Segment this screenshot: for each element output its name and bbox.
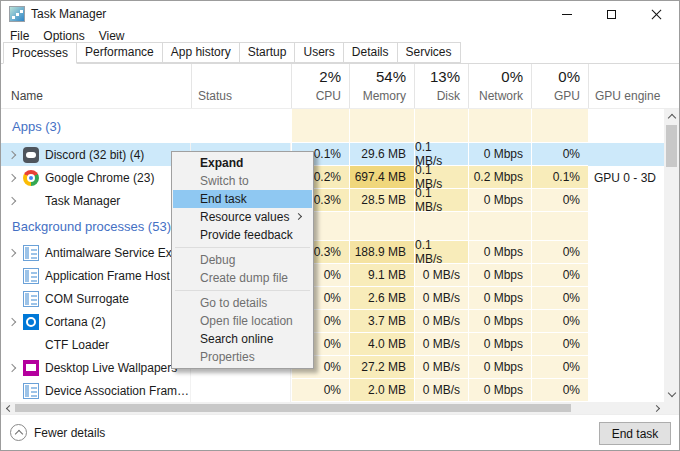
network-cell: 0 Mbps bbox=[468, 333, 531, 356]
process-name-cell: Cortana (2) bbox=[1, 310, 191, 333]
usage-label-disk: Disk bbox=[419, 89, 460, 103]
column-header-status[interactable]: Status bbox=[191, 64, 291, 108]
submenu-arrow-icon bbox=[295, 213, 302, 220]
expand-chevron-box[interactable] bbox=[1, 250, 23, 256]
group-header-row[interactable]: Background processes (53) bbox=[1, 212, 664, 241]
maximize-button[interactable] bbox=[589, 1, 634, 27]
process-row[interactable]: Discord (32 bit) (4)0.1%29.6 MB0.1 MB/s0… bbox=[1, 143, 664, 166]
gpu-engine-cell bbox=[588, 241, 664, 264]
network-cell: 0 Mbps bbox=[468, 356, 531, 379]
horizontal-scrollbar-thumb[interactable] bbox=[15, 404, 571, 412]
process-row[interactable]: Application Frame Host0%9.1 MB0 MB/s0 Mb… bbox=[1, 264, 664, 287]
tab-app-history[interactable]: App history bbox=[162, 42, 240, 63]
process-row[interactable]: Desktop Live Wallpapers0%27.2 MB0 MB/s0 … bbox=[1, 356, 664, 379]
column-header-disk[interactable]: 13%Disk bbox=[414, 64, 468, 108]
column-header-cpu[interactable]: 2%CPU bbox=[291, 64, 349, 108]
column-header-gpu-engine[interactable]: GPU engine bbox=[588, 64, 664, 108]
tab-details[interactable]: Details bbox=[343, 42, 398, 63]
menu-item-expand[interactable]: Expand bbox=[173, 154, 312, 172]
expand-chevron-box[interactable] bbox=[1, 175, 23, 181]
fewer-details-label: Fewer details bbox=[34, 426, 105, 440]
column-header-network[interactable]: 0%Network bbox=[468, 64, 531, 108]
gpu-cell: 0% bbox=[531, 379, 588, 402]
fewer-details-toggle[interactable]: Fewer details bbox=[10, 424, 105, 441]
group-cpu-cell bbox=[291, 109, 349, 143]
column-header: Name Status 2%CPU54%Memory13%Disk0%Netwo… bbox=[1, 64, 679, 109]
tab-processes[interactable]: Processes bbox=[3, 42, 77, 64]
menu-item-debug: Debug bbox=[173, 251, 312, 269]
tab-users[interactable]: Users bbox=[294, 42, 343, 63]
menu-item-provide-feedback[interactable]: Provide feedback bbox=[173, 226, 312, 244]
expand-chevron-icon bbox=[8, 196, 16, 204]
memory-cell: 27.2 MB bbox=[349, 356, 414, 379]
menu-item-switch-to: Switch to bbox=[173, 172, 312, 190]
group-label: Apps (3) bbox=[12, 119, 61, 134]
minimize-icon bbox=[562, 14, 572, 15]
menu-item-label: Switch to bbox=[200, 174, 249, 188]
disk-cell: 0.1 MB/s bbox=[414, 241, 468, 264]
process-name: Device Association Framework ... bbox=[45, 384, 190, 398]
gpu-cell: 0% bbox=[531, 356, 588, 379]
menu-item-label: End task bbox=[200, 192, 247, 206]
discord-icon bbox=[23, 147, 39, 163]
gpu-cell: 0% bbox=[531, 264, 588, 287]
group-header-row[interactable]: Apps (3) bbox=[1, 109, 664, 143]
expand-chevron-box[interactable] bbox=[1, 152, 23, 158]
ctf-loader-icon bbox=[23, 337, 39, 353]
cpu-cell: 0% bbox=[291, 379, 349, 402]
usage-label-memory: Memory bbox=[354, 89, 406, 103]
process-row[interactable]: CTF Loader0%4.0 MB0 MB/s0 Mbps0% bbox=[1, 333, 664, 356]
minimize-button[interactable] bbox=[544, 1, 589, 27]
group-memory-cell bbox=[349, 212, 414, 241]
expand-chevron-box[interactable] bbox=[1, 319, 23, 325]
process-row[interactable]: Cortana (2)0%3.7 MB0 MB/s0 Mbps0% bbox=[1, 310, 664, 333]
end-task-button[interactable]: End task bbox=[599, 422, 671, 445]
group-gpu-engine-cell bbox=[588, 109, 664, 143]
menu-item-label: Debug bbox=[200, 253, 235, 267]
expand-chevron-box[interactable] bbox=[1, 365, 23, 371]
scroll-down-arrow[interactable] bbox=[664, 387, 679, 402]
window-title: Task Manager bbox=[31, 7, 106, 21]
close-button[interactable] bbox=[634, 1, 679, 27]
window-icon bbox=[23, 383, 39, 399]
menu-item-search-online[interactable]: Search online bbox=[173, 330, 312, 348]
process-name: Application Frame Host bbox=[45, 269, 190, 283]
vertical-scrollbar-thumb[interactable] bbox=[666, 125, 677, 167]
menu-item-resource-values[interactable]: Resource values bbox=[173, 208, 312, 226]
menu-item-end-task[interactable]: End task bbox=[173, 190, 312, 208]
scrollbar-corner bbox=[664, 402, 679, 414]
tab-startup[interactable]: Startup bbox=[239, 42, 296, 63]
scroll-right-arrow[interactable] bbox=[650, 402, 664, 414]
horizontal-scrollbar[interactable] bbox=[1, 402, 664, 414]
tab-performance[interactable]: Performance bbox=[76, 42, 163, 63]
process-row[interactable]: COM Surrogate0%2.6 MB0 MB/s0 Mbps0% bbox=[1, 287, 664, 310]
column-header-name[interactable]: Name bbox=[1, 64, 191, 108]
usage-label-gpu: GPU bbox=[536, 89, 580, 103]
memory-cell: 9.1 MB bbox=[349, 264, 414, 287]
group-memory-cell bbox=[349, 109, 414, 143]
column-header-gpu[interactable]: 0%GPU bbox=[531, 64, 588, 108]
menu-item-create-dump-file: Create dump file bbox=[173, 269, 312, 287]
memory-cell: 28.5 MB bbox=[349, 189, 414, 212]
process-row[interactable]: Device Association Framework ...0%2.0 MB… bbox=[1, 379, 664, 402]
process-row[interactable]: Task Manager0.3%28.5 MB0.1 MB/s0 Mbps0% bbox=[1, 189, 664, 212]
gpu-engine-cell: GPU 0 - 3D bbox=[588, 166, 664, 189]
column-header-memory[interactable]: 54%Memory bbox=[349, 64, 414, 108]
expand-chevron-box[interactable] bbox=[1, 198, 23, 204]
usage-label-network: Network bbox=[473, 89, 523, 103]
gpu-engine-cell bbox=[588, 189, 664, 212]
window-icon bbox=[23, 268, 39, 284]
vertical-scrollbar[interactable] bbox=[664, 109, 679, 402]
process-row[interactable]: Antimalware Service Executable0.3%188.9 … bbox=[1, 241, 664, 264]
scroll-up-arrow[interactable] bbox=[664, 109, 679, 124]
menu-item-go-to-details: Go to details bbox=[173, 294, 312, 312]
group-gpu-cell bbox=[531, 212, 588, 241]
process-row[interactable]: Google Chrome (23)0.2%697.4 MB0.1 MB/s0.… bbox=[1, 166, 664, 189]
gpu-engine-cell bbox=[588, 379, 664, 402]
expand-chevron-icon bbox=[8, 248, 16, 256]
scroll-left-arrow[interactable] bbox=[1, 402, 15, 414]
tab-services[interactable]: Services bbox=[397, 42, 461, 63]
network-cell: 0 Mbps bbox=[468, 310, 531, 333]
disk-cell: 0 MB/s bbox=[414, 264, 468, 287]
tab-strip: ProcessesPerformanceApp historyStartupUs… bbox=[1, 45, 679, 64]
